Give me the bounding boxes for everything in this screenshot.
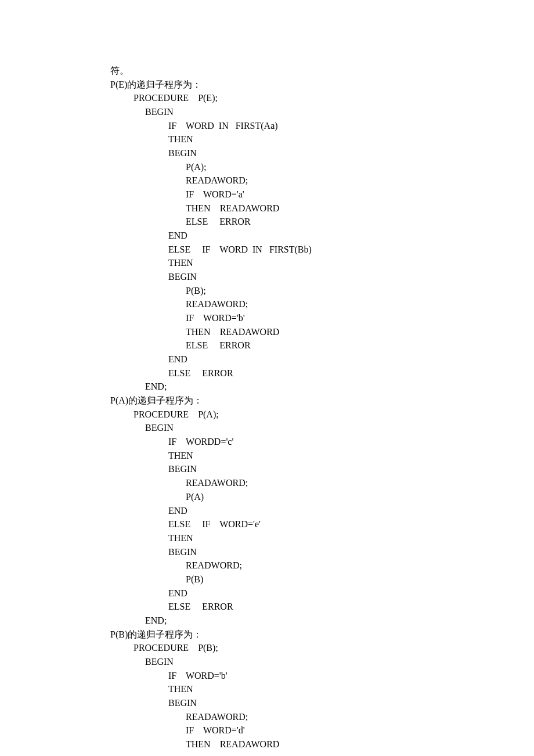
code-line: READWORD; [110,559,499,573]
document-page: 符。P(E)的递归子程序为：PROCEDURE P(E);BEGINIF WOR… [0,0,534,756]
code-line: 符。 [110,64,499,78]
code-line: IF WORDD='c' [110,435,499,449]
code-line: ELSE ERROR [110,215,499,229]
code-line: ELSE IF WORD IN FIRST(Bb) [110,243,499,257]
code-line: BEGIN [110,655,499,669]
code-line: BEGIN [110,270,499,284]
code-line: READAWORD; [110,297,499,311]
code-line: BEGIN [110,696,499,710]
code-line: IF WORD='b' [110,669,499,683]
code-line: PROCEDURE P(E); [110,91,499,105]
code-line: THEN READAWORD [110,201,499,215]
code-line: END [110,586,499,600]
code-line: THEN [110,256,499,270]
code-line: END; [110,614,499,628]
code-line: ELSE ERROR [110,366,499,380]
code-line: ELSE ERROR [110,600,499,614]
code-line: THEN [110,682,499,696]
code-line: THEN [110,449,499,463]
code-line: P(E)的递归子程序为： [110,78,499,92]
code-line: PROCEDURE P(A); [110,408,499,422]
code-line: IF WORD IN FIRST(Aa) [110,119,499,133]
code-line: P(A); [110,160,499,174]
code-line: END [110,229,499,243]
code-line: BEGIN [110,146,499,160]
code-line: ELSE IF WORD='e' [110,517,499,531]
code-line: BEGIN [110,545,499,559]
code-line: THEN [110,132,499,146]
code-line: END [110,504,499,518]
code-line: THEN READAWORD [110,737,499,751]
code-line: P(B); [110,284,499,298]
code-line: BEGIN [110,462,499,476]
code-line: END [110,352,499,366]
code-line: IF WORD='b' [110,311,499,325]
code-line: P(A) [110,490,499,504]
code-line: P(B) [110,573,499,586]
code-line: THEN [110,531,499,545]
code-line: P(B)的递归子程序为： [110,628,499,642]
code-line: END; [110,380,499,394]
code-line: IF WORD='d' [110,723,499,737]
code-line: IF WORD='a' [110,188,499,201]
code-line: READAWORD; [110,710,499,724]
code-line: BEGIN [110,421,499,435]
code-line: PROCEDURE P(B); [110,641,499,655]
code-line: ELSE ERROR [110,339,499,352]
code-line: THEN READAWORD [110,325,499,339]
code-line: BEGIN [110,105,499,119]
code-line: READAWORD; [110,174,499,188]
code-line: READAWORD; [110,476,499,490]
code-line: P(A)的递归子程序为： [110,394,499,408]
